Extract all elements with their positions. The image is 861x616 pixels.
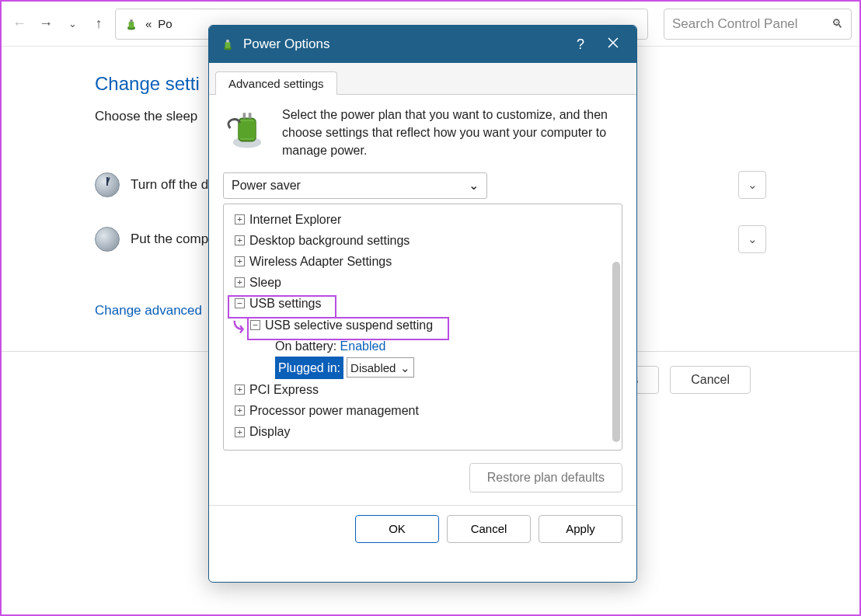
advanced-settings-link[interactable]: Change advanced: [95, 303, 202, 318]
power-plan-large-icon: [223, 106, 271, 154]
close-button[interactable]: [601, 37, 626, 53]
sleep-icon: [95, 227, 120, 252]
power-options-dialog: Power Options ? Advanced settings Select…: [208, 25, 637, 583]
collapse-icon[interactable]: −: [250, 320, 260, 330]
divider: [209, 505, 636, 506]
sleep-time-dropdown[interactable]: ⌄: [738, 225, 766, 253]
restore-defaults-button[interactable]: Restore plan defaults: [469, 463, 622, 492]
tree-item-wireless-adapter[interactable]: +Wireless Adapter Settings: [227, 251, 622, 272]
nav-back-button[interactable]: ←: [9, 14, 30, 34]
chevron-down-icon: ⌄: [748, 232, 758, 246]
expand-icon[interactable]: +: [235, 277, 245, 287]
cancel-button[interactable]: Cancel: [447, 515, 531, 543]
nav-forward-button[interactable]: →: [36, 14, 56, 34]
dialog-buttons: OK Cancel Apply: [223, 515, 622, 543]
plugged-in-label: Plugged in:: [275, 357, 343, 379]
power-plan-icon: [124, 16, 139, 32]
search-icon: 🔍︎: [831, 17, 843, 30]
help-button[interactable]: ?: [568, 37, 593, 53]
cancel-button[interactable]: Cancel: [670, 366, 751, 394]
expand-icon[interactable]: +: [235, 214, 245, 224]
setting-plugged-in[interactable]: Plugged in: Disabled ⌄: [227, 357, 622, 379]
tree-item-internet-explorer[interactable]: +Internet Explorer: [227, 209, 622, 230]
expand-icon[interactable]: +: [235, 385, 245, 395]
close-icon: [607, 37, 619, 49]
display-timer-icon: [95, 172, 120, 197]
svg-rect-1: [129, 21, 134, 27]
intro-text: Select the power plan that you want to c…: [282, 106, 622, 160]
dialog-titlebar[interactable]: Power Options ?: [209, 26, 636, 63]
tree-item-pci-express[interactable]: +PCI Express: [227, 379, 622, 400]
svg-rect-9: [243, 113, 246, 118]
power-plan-value: Power saver: [232, 179, 301, 193]
search-placeholder: Search Control Panel: [672, 16, 798, 32]
svg-rect-8: [239, 121, 256, 138]
setting-on-battery[interactable]: On battery: Enabled: [227, 336, 622, 357]
svg-rect-5: [226, 40, 228, 42]
chevron-down-icon: ⌄: [748, 178, 758, 192]
dialog-content: Select the power plan that you want to c…: [209, 95, 636, 582]
tree-item-usb-selective-suspend[interactable]: −USB selective suspend setting: [227, 315, 622, 336]
svg-rect-4: [225, 42, 231, 48]
scrollbar-thumb[interactable]: [612, 262, 620, 442]
dialog-icon: [220, 37, 235, 52]
breadcrumb-prefix: «: [145, 17, 152, 30]
power-plan-select[interactable]: Power saver ⌄: [223, 172, 487, 199]
search-input[interactable]: Search Control Panel 🔍︎: [664, 9, 852, 40]
chevron-down-icon: ⌄: [400, 358, 410, 378]
collapse-icon[interactable]: −: [235, 298, 245, 308]
on-battery-value[interactable]: Enabled: [340, 339, 386, 353]
intro-block: Select the power plan that you want to c…: [223, 106, 622, 160]
chevron-down-icon: ⌄: [469, 178, 479, 193]
expand-icon[interactable]: +: [235, 427, 245, 437]
apply-button[interactable]: Apply: [539, 515, 622, 543]
ok-button[interactable]: OK: [355, 515, 439, 543]
tab-strip: Advanced settings: [209, 63, 636, 95]
tree-item-sleep[interactable]: +Sleep: [227, 272, 622, 293]
expand-icon[interactable]: +: [235, 256, 245, 266]
expand-icon[interactable]: +: [235, 235, 245, 245]
display-time-dropdown[interactable]: ⌄: [738, 171, 766, 199]
plugged-in-dropdown[interactable]: Disabled ⌄: [347, 357, 414, 378]
tree-item-display[interactable]: +Display: [227, 421, 622, 442]
nav-recent-dropdown[interactable]: ⌄: [62, 14, 82, 34]
expand-icon[interactable]: +: [235, 405, 245, 416]
tree-item-usb-settings[interactable]: −USB settings: [227, 293, 622, 314]
settings-tree: +Internet Explorer +Desktop background s…: [223, 204, 622, 451]
tree-item-processor-power[interactable]: +Processor power management: [227, 400, 622, 421]
dialog-title: Power Options: [243, 37, 560, 52]
tab-advanced-settings[interactable]: Advanced settings: [215, 71, 337, 95]
svg-rect-2: [130, 19, 132, 22]
svg-rect-10: [249, 113, 252, 118]
tree-item-desktop-background[interactable]: +Desktop background settings: [227, 230, 622, 251]
breadcrumb-item[interactable]: Po: [158, 17, 172, 30]
nav-up-button[interactable]: ↑: [89, 14, 109, 34]
